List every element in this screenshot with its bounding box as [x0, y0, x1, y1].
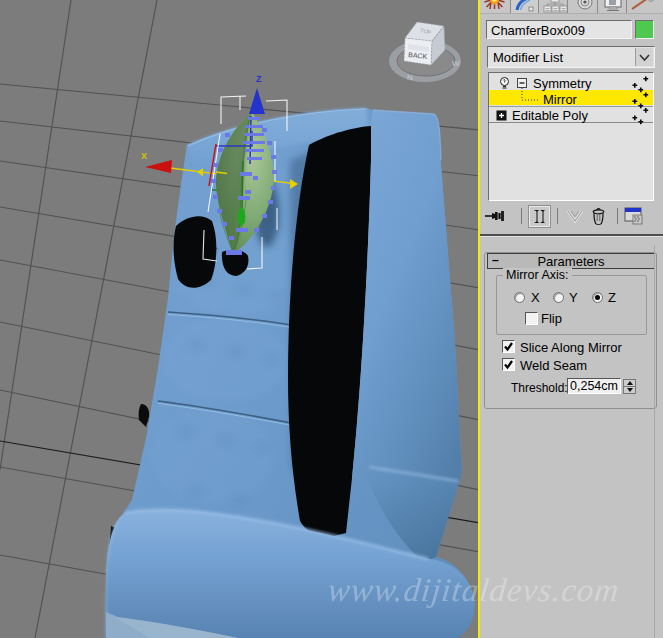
- svg-text:Z: Z: [256, 74, 262, 84]
- svg-text:N: N: [407, 73, 413, 82]
- svg-text:X: X: [141, 151, 147, 161]
- svg-text:W: W: [452, 59, 460, 68]
